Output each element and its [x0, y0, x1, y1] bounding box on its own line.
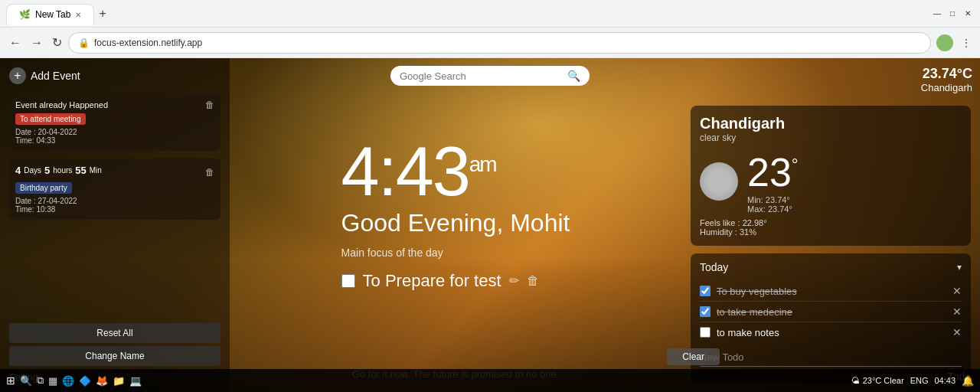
event1-tag: To attend meeting	[15, 113, 86, 125]
todo-text-3: to make notes	[717, 327, 946, 338]
todo-row-3: to make notes ✕	[700, 322, 962, 342]
event2-hours-label: hours	[53, 166, 72, 175]
focus-label: Main focus of the day	[341, 247, 570, 259]
taskbar-chrome-icon[interactable]: 🌐	[62, 375, 74, 387]
title-bar: 🌿 New Tab ✕ + — □ ✕	[0, 0, 980, 28]
event2-tag: Birthday party	[15, 182, 72, 194]
todo-delete-2[interactable]: ✕	[952, 305, 962, 318]
taskbar-widgets-icon[interactable]: ▦	[48, 375, 57, 387]
todo-delete-3[interactable]: ✕	[952, 326, 962, 338]
taskbar-edge-icon[interactable]: 🔷	[79, 375, 91, 387]
event2-hours-num: 5	[44, 165, 50, 176]
todo-panel-title: Today	[700, 261, 728, 273]
greeting-text: Good Evening, Mohit	[341, 209, 570, 237]
active-tab[interactable]: 🌿 New Tab ✕	[6, 4, 94, 25]
event1-time: Time: 04:33	[15, 136, 214, 145]
event2-days-num: 4	[15, 165, 21, 176]
event1-date: Date : 20-04-2022	[15, 128, 214, 136]
add-event-icon: +	[9, 67, 26, 84]
event2-mins-num: 55	[75, 165, 86, 176]
clock-time: 4:43	[341, 133, 469, 210]
todo-text-2: to take medecine	[717, 306, 946, 318]
taskbar-folder-icon[interactable]: 📁	[113, 375, 125, 387]
minimize-button[interactable]: —	[931, 8, 943, 20]
todo-checkbox-2[interactable]	[700, 306, 710, 317]
forward-button[interactable]: →	[28, 33, 46, 53]
event2-mins-label: Min	[90, 166, 102, 175]
event-card-2: 4 Days 5 hours 55 Min 🗑 Birthday party D…	[9, 158, 220, 220]
windows-start-button[interactable]: ⊞	[6, 374, 15, 387]
address-bar[interactable]: 🔒 focus-extension.netlify.app	[68, 32, 931, 54]
event-card-1: Event already Happened 🗑 To attend meeti…	[9, 93, 220, 151]
user-avatar	[936, 34, 953, 51]
weather-description: clear sky	[700, 132, 962, 143]
main-content: 🔍 23.74°C Chandigarh + Add Event Event a…	[0, 58, 980, 392]
todo-delete-1[interactable]: ✕	[952, 285, 962, 297]
taskbar-firefox-icon[interactable]: 🦊	[96, 375, 108, 387]
clock-period: am	[469, 152, 496, 176]
weather-icon	[700, 162, 738, 201]
lock-icon: 🔒	[78, 38, 90, 48]
new-tab-button[interactable]: +	[94, 2, 110, 25]
taskbar-weather-text: 23°C Clear	[863, 376, 904, 385]
tab-close-button[interactable]: ✕	[75, 11, 81, 19]
right-panel: Chandigarh clear sky 23 ° Min: 23.74° Ma…	[681, 58, 980, 392]
add-event-label: Add Event	[31, 70, 80, 82]
tab-title: New Tab	[35, 9, 70, 20]
taskbar: ⊞ 🔍 ⧉ ▦ 🌐 🔷 🦊 📁 💻 🌤 23°C Clear ENG 04:43…	[0, 369, 980, 392]
weather-unit: °	[792, 155, 799, 175]
event2-date: Date : 27-04-2022	[15, 197, 214, 205]
nav-bar: ← → ↻ 🔒 focus-extension.netlify.app ⋮	[0, 28, 980, 58]
add-event-button[interactable]: + Add Event	[9, 67, 80, 84]
tab-favicon: 🌿	[19, 9, 31, 20]
maximize-button[interactable]: □	[946, 8, 959, 20]
sidebar: + Add Event Event already Happened 🗑 To …	[0, 58, 230, 392]
url-text: focus-extension.netlify.app	[94, 38, 202, 48]
extensions-button[interactable]: ⋮	[959, 34, 974, 51]
main-todo-text: To Prepare for test	[363, 271, 501, 291]
taskbar-language: ENG	[910, 376, 929, 385]
weather-card: Chandigarh clear sky 23 ° Min: 23.74° Ma…	[691, 106, 971, 246]
change-name-button[interactable]: Change Name	[9, 346, 220, 366]
weather-city: Chandigarh	[700, 115, 962, 132]
todo-dropdown-icon[interactable]: ▾	[957, 262, 962, 273]
center-content: 4:43am Good Evening, Mohit Main focus of…	[230, 58, 681, 392]
event1-status: Event already Happened	[15, 100, 108, 109]
weather-temp: 23	[747, 149, 792, 195]
event2-days-label: Days	[24, 166, 41, 175]
todo-checkbox-1[interactable]	[700, 286, 710, 296]
weather-min: Min: 23.74°	[747, 195, 799, 204]
taskbar-right: 🌤 23°C Clear ENG 04:43 🔔	[851, 375, 974, 387]
profile-icon-btn[interactable]	[934, 32, 956, 54]
weather-feels-like: Feels like : 22.98°	[700, 218, 962, 227]
todo-edit-icon[interactable]: ✏	[509, 273, 519, 288]
taskbar-search-icon[interactable]: 🔍	[20, 375, 32, 387]
todo-row-2: to take medecine ✕	[700, 302, 962, 322]
main-todo-checkbox[interactable]	[341, 274, 355, 288]
todo-checkbox-3[interactable]	[700, 327, 710, 338]
weather-humidity: Humidity : 31%	[700, 227, 962, 237]
reset-all-button[interactable]: Reset All	[9, 323, 220, 343]
todo-text-1: To buy vegetables	[717, 286, 946, 297]
clear-button[interactable]: Clear	[667, 348, 720, 365]
taskbar-vscode-icon[interactable]: 💻	[129, 375, 142, 387]
clock-display: 4:43am	[341, 137, 570, 206]
main-todo-item: To Prepare for test ✏ 🗑	[341, 271, 570, 291]
back-button[interactable]: ←	[6, 33, 24, 53]
taskbar-time: 04:43	[934, 376, 956, 385]
todo-card: Today ▾ To buy vegetables ✕ to take mede…	[691, 253, 971, 383]
weather-max: Max: 23.74°	[747, 204, 799, 214]
taskbar-weather-info: 🌤 23°C Clear	[851, 376, 904, 385]
todo-delete-icon[interactable]: 🗑	[527, 274, 539, 288]
taskbar-task-view-icon[interactable]: ⧉	[37, 374, 44, 387]
taskbar-notification-icon[interactable]: 🔔	[962, 375, 974, 387]
close-button[interactable]: ✕	[962, 8, 974, 20]
todo-row-1: To buy vegetables ✕	[700, 281, 962, 302]
taskbar-weather-icon: 🌤	[851, 376, 860, 385]
event2-delete-icon[interactable]: 🗑	[205, 167, 214, 178]
reload-button[interactable]: ↻	[49, 32, 65, 53]
event1-delete-icon[interactable]: 🗑	[205, 100, 214, 110]
event2-time: Time: 10:38	[15, 205, 214, 214]
new-todo-input[interactable]	[700, 348, 962, 367]
